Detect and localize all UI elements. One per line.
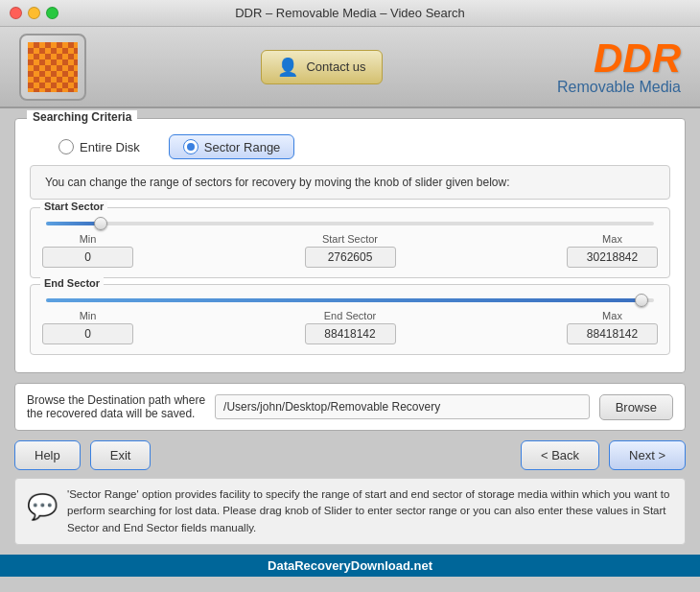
end-sector-mid-input[interactable] [305, 323, 396, 344]
brand-subtitle: Removable Media [557, 79, 681, 96]
titlebar: DDR – Removable Media – Video Search [0, 0, 700, 27]
end-sector-min-col: Min [42, 310, 133, 344]
next-button[interactable]: Next > [609, 440, 686, 470]
start-sector-mid-col: Start Sector [305, 233, 396, 268]
start-sector-min-col: Min [42, 233, 133, 268]
end-sector-max-input[interactable] [567, 323, 658, 344]
info-text-content: You can change the range of sectors for … [45, 176, 510, 189]
start-sector-values: Min Start Sector Max [42, 233, 658, 268]
start-sector-max-input[interactable] [567, 247, 658, 268]
end-sector-mid-label: End Sector [324, 310, 376, 321]
destination-path-input[interactable] [215, 394, 590, 419]
start-sector-max-label: Max [602, 233, 622, 245]
logo-icon [28, 42, 78, 92]
start-sector-fill [46, 222, 101, 225]
footer-info-text: 'Sector Range' option provides facility … [67, 486, 673, 536]
start-sector-section: Start Sector Min Start Sector Max [30, 207, 670, 278]
end-sector-fill [46, 298, 642, 302]
bottom-buttons: Help Exit < Back Next > [14, 440, 686, 470]
start-sector-mid-input[interactable] [305, 247, 396, 268]
radio-label-sector-range: Sector Range [204, 140, 281, 154]
brand-area: DDR Removable Media [557, 38, 681, 96]
footer-info: 💬 'Sector Range' option provides facilit… [14, 478, 686, 545]
contact-icon: 👤 [277, 57, 298, 78]
contact-label: Contact us [306, 59, 365, 74]
destination-box: Browse the Destination path wherethe rec… [14, 383, 686, 431]
radio-row: Entire Disk Sector Range [30, 129, 670, 165]
searching-criteria-box: Searching Criteria Entire Disk Sector Ra… [14, 118, 686, 373]
start-sector-max-col: Max [567, 233, 658, 268]
end-sector-min-input[interactable] [42, 323, 133, 344]
back-button[interactable]: < Back [521, 440, 599, 470]
maximize-button[interactable] [46, 7, 58, 19]
start-sector-thumb[interactable] [94, 217, 107, 230]
sector-info-text: You can change the range of sectors for … [30, 165, 670, 200]
window-controls[interactable] [10, 7, 58, 19]
end-sector-thumb[interactable] [635, 294, 648, 307]
radio-circle-entire-disk [58, 139, 74, 154]
end-sector-values: Min End Sector Max [42, 310, 658, 344]
end-sector-max-label: Max [602, 310, 622, 321]
start-sector-track-container [42, 222, 658, 225]
close-button[interactable] [10, 7, 22, 19]
header: 👤 Contact us DDR Removable Media [0, 27, 700, 108]
end-sector-max-col: Max [567, 310, 658, 344]
info-icon: 💬 [27, 488, 58, 526]
destination-description: Browse the Destination path wherethe rec… [27, 393, 205, 420]
radio-label-entire-disk: Entire Disk [80, 140, 140, 154]
contact-button[interactable]: 👤 Contact us [261, 50, 382, 84]
help-button[interactable]: Help [14, 440, 81, 470]
radio-circle-sector-range [183, 139, 198, 154]
end-sector-label: End Sector [40, 277, 104, 289]
app-logo [19, 34, 86, 101]
radio-entire-disk[interactable]: Entire Disk [58, 139, 140, 154]
end-sector-mid-col: End Sector [305, 310, 396, 344]
end-sector-track-container [42, 298, 658, 302]
window-title: DDR – Removable Media – Video Search [235, 6, 465, 20]
radio-dot-sector-range [187, 143, 195, 151]
start-sector-min-label: Min [80, 233, 97, 245]
browse-button[interactable]: Browse [599, 394, 673, 420]
start-sector-label: Start Sector [40, 201, 107, 212]
searching-criteria-label: Searching Criteria [27, 110, 137, 124]
brand-ddr: DDR [557, 38, 681, 79]
start-sector-min-input[interactable] [42, 247, 133, 268]
radio-sector-range[interactable]: Sector Range [169, 134, 295, 159]
exit-button[interactable]: Exit [90, 440, 152, 470]
end-sector-section: End Sector Min End Sector Max [30, 284, 670, 355]
end-sector-track [46, 298, 654, 302]
watermark: DataRecoveryDownload.net [0, 555, 700, 577]
main-content: Searching Criteria Entire Disk Sector Ra… [0, 108, 700, 555]
minimize-button[interactable] [28, 7, 40, 19]
end-sector-min-label: Min [80, 310, 97, 321]
start-sector-track [46, 222, 654, 225]
start-sector-mid-label: Start Sector [322, 233, 378, 245]
